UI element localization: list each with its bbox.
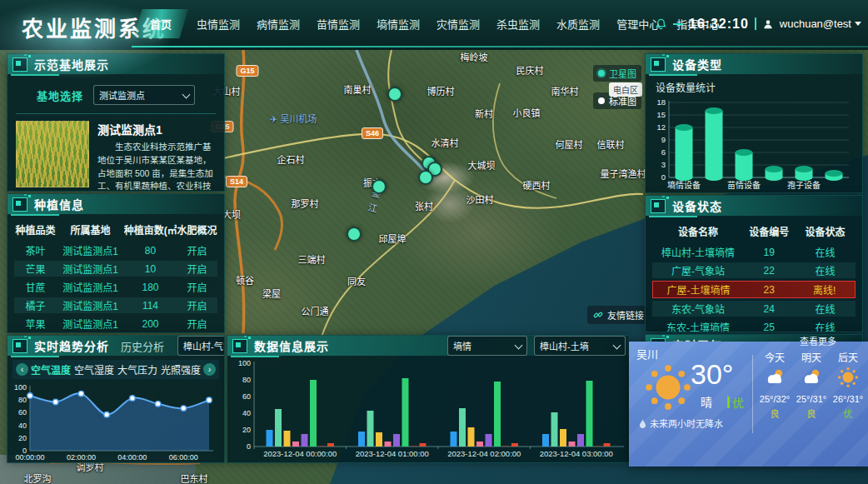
device-row[interactable]: 东农-土壤墒情25在线 xyxy=(652,319,856,332)
cell: 测试监测点1 xyxy=(57,280,124,294)
table-row[interactable]: 芒果测试监测点110开启 xyxy=(14,261,217,277)
tab-空气湿度[interactable]: 空气湿度 xyxy=(73,362,115,377)
see-more-link[interactable]: 查看更多 xyxy=(800,334,836,347)
panel-corner-icon xyxy=(12,339,27,353)
bell-icon[interactable] xyxy=(655,17,667,31)
nav-item-虫情监测[interactable]: 虫情监测 xyxy=(188,9,248,38)
map-label-大城坝: 大城坝 xyxy=(468,158,496,172)
column-header: 所属基地 xyxy=(57,222,124,237)
nav-item-灾情监测[interactable]: 灾情监测 xyxy=(428,9,488,38)
tabs-right-arrow[interactable]: › xyxy=(203,363,216,376)
forecast-temps: 25°/32° xyxy=(760,394,790,404)
cell: 114 xyxy=(124,300,177,312)
nav-item-杀虫监测[interactable]: 杀虫监测 xyxy=(488,9,548,38)
tabs-left-arrow[interactable]: ‹ xyxy=(16,363,28,376)
layer-label: 卫星图 xyxy=(609,67,636,80)
weather-forecast: 今天 25°/32°良明天 25°/31°良后天26°/31°优 xyxy=(756,350,866,420)
panel-corner-icon xyxy=(651,199,666,213)
forecast-后天: 后天26°/31°优 xyxy=(833,350,863,420)
cell: 测试监测点1 xyxy=(57,262,124,276)
data-station-select[interactable]: 樟山村-土墒 xyxy=(534,336,626,356)
site-marker-4[interactable] xyxy=(418,170,433,185)
base-select[interactable]: 测试监测点 xyxy=(93,85,195,105)
panel-title: 设备状态 xyxy=(672,197,722,214)
tab-大气压力[interactable]: 大气压力 xyxy=(117,362,158,377)
nav-item-墒情监测[interactable]: 墒情监测 xyxy=(368,9,428,38)
cell: 开启 xyxy=(177,243,217,257)
forecast-quality: 良 xyxy=(770,407,779,420)
history-link[interactable]: 历史分析 xyxy=(121,338,164,354)
air-quality-label: 优 xyxy=(732,394,744,411)
panel-corner-icon xyxy=(232,339,247,353)
table-row[interactable]: 苹果测试监测点1200开启 xyxy=(14,316,217,332)
svg-text:15: 15 xyxy=(656,110,666,119)
svg-text:00:00:00: 00:00:00 xyxy=(15,453,44,462)
svg-text:100: 100 xyxy=(238,359,251,367)
cell: 橘子 xyxy=(14,298,57,312)
map-label-邱屋埠: 邱屋埠 xyxy=(379,232,407,245)
map-label-那罗村: 那罗村 xyxy=(292,197,319,210)
panel-header: 设备类型 xyxy=(646,54,862,74)
site-marker-6[interactable] xyxy=(347,227,362,242)
nav-item-首页[interactable]: 首页 xyxy=(133,9,188,38)
cell: 测试监测点1 xyxy=(57,243,124,257)
device-row[interactable]: 东农-气象站24在线 xyxy=(652,301,856,317)
nav-item-水质监测[interactable]: 水质监测 xyxy=(548,9,608,38)
friend-links-button[interactable]: 友情链接 xyxy=(587,306,650,324)
forecast-明天: 明天 25°/31°良 xyxy=(796,350,826,420)
map-label-南华村: 南华村 xyxy=(551,84,579,97)
map-label-博历村: 博历村 xyxy=(427,84,455,97)
map-label-南巢村: 南巢村 xyxy=(344,82,372,96)
svg-text:80: 80 xyxy=(242,376,251,384)
panel-header: 实时趋势分析 历史分析 樟山村-气象 xyxy=(7,336,224,356)
cell: 在线 xyxy=(795,245,856,259)
table-row[interactable]: 甘蔗测试监测点1180开启 xyxy=(14,279,217,295)
forecast-今天: 今天 25°/32°良 xyxy=(760,350,790,420)
device-count-subtitle: 设备数量统计 xyxy=(656,80,862,94)
site-marker-1[interactable] xyxy=(387,87,402,102)
data-type-select[interactable]: 墒情 xyxy=(447,336,527,356)
svg-text:孢子设备: 孢子设备 xyxy=(787,180,821,190)
svg-text:6: 6 xyxy=(661,147,666,157)
layer-option-satellite[interactable]: 卫星图 xyxy=(593,65,641,82)
svg-text:80: 80 xyxy=(18,396,27,404)
svg-text:2023-12-04 00:00:00: 2023-12-04 00:00:00 xyxy=(263,449,337,458)
sun-icon xyxy=(644,363,692,415)
device-row[interactable]: 广屋-土壤墒情23离线! xyxy=(652,281,856,298)
map-label-梅岭坡: 梅岭坡 xyxy=(461,50,488,63)
cell: 广屋-土壤墒情 xyxy=(653,282,744,297)
svg-text:40: 40 xyxy=(242,409,251,417)
nav-item-苗情监测[interactable]: 苗情监测 xyxy=(308,9,368,38)
chevron-down-icon xyxy=(515,341,523,349)
cell: 24 xyxy=(744,303,795,315)
cell: 25 xyxy=(744,322,795,333)
cell: 开启 xyxy=(177,317,217,331)
table-row[interactable]: 茶叶测试监测点180开启 xyxy=(14,242,217,258)
chevron-down-icon xyxy=(855,22,861,26)
device-row[interactable]: 广屋-气象站22在线 xyxy=(652,262,856,278)
device-row[interactable]: 樟山村-土壤墒情19在线 xyxy=(652,244,856,260)
trend-station-select[interactable]: 樟山村-气象 xyxy=(177,336,225,356)
svg-text:苗情设备: 苗情设备 xyxy=(727,180,761,190)
column-header: 设备编号 xyxy=(744,224,795,238)
collapse-dash-icon[interactable] xyxy=(673,23,683,25)
nav-item-病情监测[interactable]: 病情监测 xyxy=(248,9,308,38)
cell: 广屋-气象站 xyxy=(652,263,744,277)
road-badge-S14: S14 xyxy=(226,176,247,187)
tab-光照强度[interactable]: 光照强度 xyxy=(160,362,202,377)
map-label-量子湾渔村: 量子湾渔村 xyxy=(601,167,646,180)
forecast-day: 后天 xyxy=(838,350,858,364)
svg-text:02:00:00: 02:00:00 xyxy=(67,453,96,462)
site-marker-5[interactable] xyxy=(372,179,387,194)
tab-空气温度[interactable]: 空气温度 xyxy=(30,362,72,377)
forecast-temps: 26°/31° xyxy=(833,394,863,404)
district-badge: 电白区 xyxy=(609,82,642,97)
user-menu[interactable]: wuchuan@test xyxy=(780,17,861,30)
table-row[interactable]: 橘子测试监测点1114开启 xyxy=(14,297,217,313)
cell: 200 xyxy=(124,318,177,330)
road-badge-G15: G15 xyxy=(236,65,258,77)
svg-text:2023-12-04 01:00:00: 2023-12-04 01:00:00 xyxy=(356,449,429,458)
svg-text:06:00:00: 06:00:00 xyxy=(169,453,198,462)
cell: 开启 xyxy=(177,280,217,294)
link-icon xyxy=(593,310,603,320)
